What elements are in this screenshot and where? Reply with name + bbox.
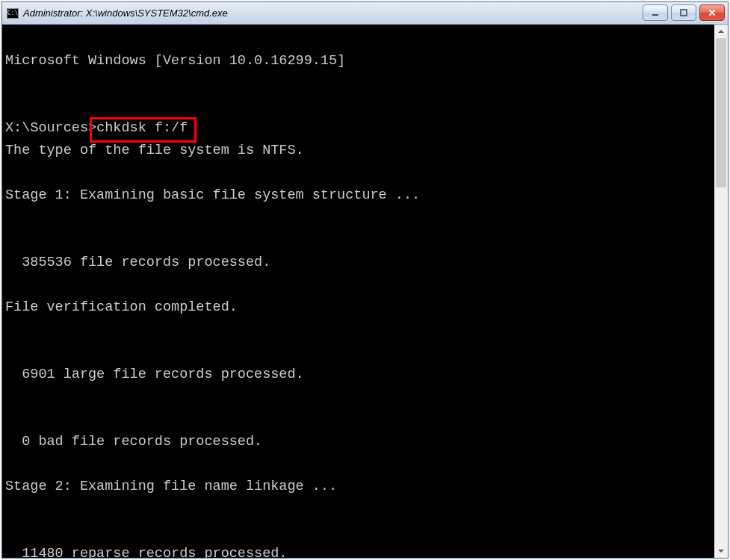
scroll-down-arrow-icon[interactable] [714,544,728,558]
maximize-button[interactable] [671,4,696,21]
prompt-text: X:\Sources> [5,120,96,136]
cmd-window: C:\ Administrator: X:\windows\SYSTEM32\c… [1,1,729,559]
svg-rect-1 [681,10,687,16]
cmd-icon: C:\ [7,8,19,19]
titlebar[interactable]: C:\ Administrator: X:\windows\SYSTEM32\c… [2,2,728,25]
client-area: Microsoft Windows [Version 10.0.16299.15… [2,25,728,558]
scroll-thumb[interactable] [716,38,726,187]
output-lines: The type of the file system is NTFS. Sta… [5,143,420,558]
console-output[interactable]: Microsoft Windows [Version 10.0.16299.15… [2,25,714,558]
minimize-button[interactable] [643,4,668,21]
vertical-scrollbar[interactable] [714,25,728,558]
scroll-up-arrow-icon[interactable] [714,25,728,38]
command-line: X:\Sources>chkdsk f:/f [5,120,188,136]
window-controls [643,4,725,21]
window-title: Administrator: X:\windows\SYSTEM32\cmd.e… [23,7,228,19]
command-text: chkdsk f:/f [96,120,188,136]
console-header-line: Microsoft Windows [Version 10.0.16299.15… [5,53,345,69]
svg-rect-0 [652,14,658,16]
close-button[interactable] [699,4,725,21]
